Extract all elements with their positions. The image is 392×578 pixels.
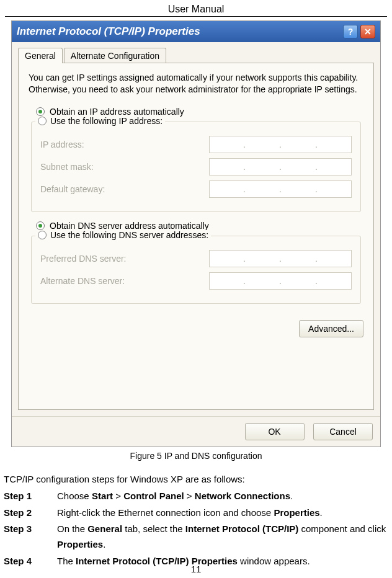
ip-address-input[interactable]: ... (209, 136, 352, 153)
radio-obtain-ip-auto-label: Obtain an IP address automatically (50, 107, 184, 117)
advanced-button[interactable]: Advanced... (299, 320, 363, 337)
default-gateway-input[interactable]: ... (209, 180, 352, 198)
step-row: Step 1Choose Start > Control Panel > Net… (4, 489, 388, 504)
fieldset-manual-dns: Use the following DNS server addresses: … (31, 236, 361, 304)
help-button[interactable]: ? (343, 25, 358, 38)
tab-panel-general: You can get IP settings assigned automat… (18, 63, 374, 410)
close-button[interactable]: ✕ (360, 25, 375, 38)
step-label: Step 3 (4, 522, 57, 553)
body-text: TCP/IP configuration steps for Windows X… (4, 472, 388, 569)
tab-alternate-configuration[interactable]: Alternate Configuration (64, 48, 166, 63)
preferred-dns-label: Preferred DNS server: (40, 254, 126, 264)
page-number: 11 (0, 564, 392, 574)
step-label: Step 2 (4, 505, 57, 521)
fieldset-manual-ip: Use the following IP address: IP address… (31, 122, 361, 212)
step-text: Choose Start > Control Panel > Network C… (57, 489, 388, 504)
radio-obtain-dns-auto-label: Obtain DNS server address automatically (50, 221, 209, 231)
figure-caption: Figure 5 IP and DNS configuration (0, 451, 392, 461)
ok-button[interactable]: OK (245, 423, 305, 440)
radio-obtain-ip-auto[interactable] (36, 107, 45, 116)
cancel-button[interactable]: Cancel (313, 423, 373, 440)
steps-intro: TCP/IP configuration steps for Windows X… (4, 472, 388, 487)
page-header: User Manual (5, 0, 387, 17)
step-label: Step 1 (4, 489, 57, 504)
default-gateway-label: Default gateway: (40, 184, 105, 194)
titlebar: Internet Protocol (TCP/IP) Properties ? … (12, 21, 380, 42)
dialog-button-bar: OK Cancel (12, 416, 380, 447)
tab-general[interactable]: General (18, 48, 63, 63)
radio-use-ip[interactable] (38, 117, 47, 125)
subnet-mask-input[interactable]: ... (209, 158, 352, 176)
alternate-dns-input[interactable]: ... (209, 272, 352, 290)
preferred-dns-input[interactable]: ... (209, 250, 352, 267)
step-text: On the General tab, select the Internet … (57, 522, 388, 553)
step-row: Step 3On the General tab, select the Int… (4, 522, 388, 553)
window-title: Internet Protocol (TCP/IP) Properties (17, 25, 200, 38)
ip-address-label: IP address: (40, 140, 84, 149)
dialog-window: Internet Protocol (TCP/IP) Properties ? … (11, 20, 381, 447)
radio-use-dns-label: Use the following DNS server addresses: (50, 230, 208, 240)
step-row: Step 2Right-click the Ethernet connectio… (4, 505, 388, 521)
radio-use-ip-label: Use the following IP address: (50, 116, 163, 126)
radio-use-dns[interactable] (38, 231, 47, 239)
step-text: Right-click the Ethernet connection icon… (57, 505, 388, 521)
intro-text: You can get IP settings assigned automat… (29, 72, 363, 96)
alternate-dns-label: Alternate DNS server: (40, 276, 125, 286)
subnet-mask-label: Subnet mask: (40, 162, 94, 172)
radio-obtain-dns-auto[interactable] (36, 221, 45, 230)
